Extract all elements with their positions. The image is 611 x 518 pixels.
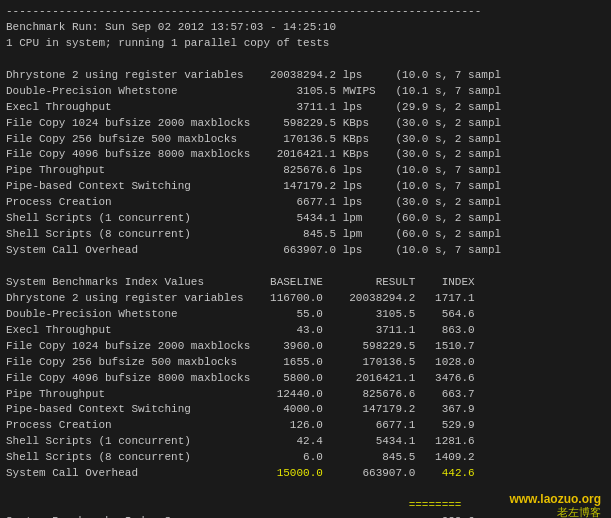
watermark-sub-text: 老左博客 <box>557 505 601 518</box>
index-row: Process Creation 126.0 6677.1 529.9 <box>6 418 605 434</box>
terminal-window: ----------------------------------------… <box>0 0 611 518</box>
blank-1 <box>6 52 605 68</box>
blank-2 <box>6 259 605 275</box>
score-line: System Benchmarks Index Score 938.6 <box>6 514 605 518</box>
result-row: Execl Throughput 3711.1 lps (29.9 s, 2 s… <box>6 100 605 116</box>
result-row: Process Creation 6677.1 lps (30.0 s, 2 s… <box>6 195 605 211</box>
results-section: Dhrystone 2 using register variables 200… <box>6 68 605 259</box>
separator-line-1: ----------------------------------------… <box>6 4 605 20</box>
result-row: File Copy 4096 bufsize 8000 maxblocks 20… <box>6 147 605 163</box>
result-row: Pipe-based Context Switching 147179.2 lp… <box>6 179 605 195</box>
index-row: Double-Precision Whetstone 55.0 3105.5 5… <box>6 307 605 323</box>
result-row: File Copy 1024 bufsize 2000 maxblocks 59… <box>6 116 605 132</box>
result-row: Double-Precision Whetstone 3105.5 MWIPS … <box>6 84 605 100</box>
result-row: Dhrystone 2 using register variables 200… <box>6 68 605 84</box>
index-row: Pipe Throughput 12440.0 825676.6 663.7 <box>6 387 605 403</box>
cpu-info-line: 1 CPU in system; running 1 parallel copy… <box>6 36 605 52</box>
index-row: File Copy 256 bufsize 500 maxblocks 1655… <box>6 355 605 371</box>
result-row: Pipe Throughput 825676.6 lps (10.0 s, 7 … <box>6 163 605 179</box>
index-row: Shell Scripts (1 concurrent) 42.4 5434.1… <box>6 434 605 450</box>
index-header-row: System Benchmarks Index Values BASELINE … <box>6 275 605 291</box>
watermark-text: www.laozuo.org <box>509 492 601 506</box>
index-row: Shell Scripts (8 concurrent) 6.0 845.5 1… <box>6 450 605 466</box>
index-section: System Benchmarks Index Values BASELINE … <box>6 275 605 482</box>
result-row: File Copy 256 bufsize 500 maxblocks 1701… <box>6 132 605 148</box>
index-row: Execl Throughput 43.0 3711.1 863.0 <box>6 323 605 339</box>
index-row: System Call Overhead 15000.0 663907.0 44… <box>6 466 605 482</box>
benchmark-run-line: Benchmark Run: Sun Sep 02 2012 13:57:03 … <box>6 20 605 36</box>
index-row: Dhrystone 2 using register variables 116… <box>6 291 605 307</box>
result-row: Shell Scripts (8 concurrent) 845.5 lpm (… <box>6 227 605 243</box>
result-row: System Call Overhead 663907.0 lps (10.0 … <box>6 243 605 259</box>
index-row: File Copy 4096 bufsize 8000 maxblocks 58… <box>6 371 605 387</box>
index-row: Pipe-based Context Switching 4000.0 1471… <box>6 402 605 418</box>
index-row: File Copy 1024 bufsize 2000 maxblocks 39… <box>6 339 605 355</box>
result-row: Shell Scripts (1 concurrent) 5434.1 lpm … <box>6 211 605 227</box>
